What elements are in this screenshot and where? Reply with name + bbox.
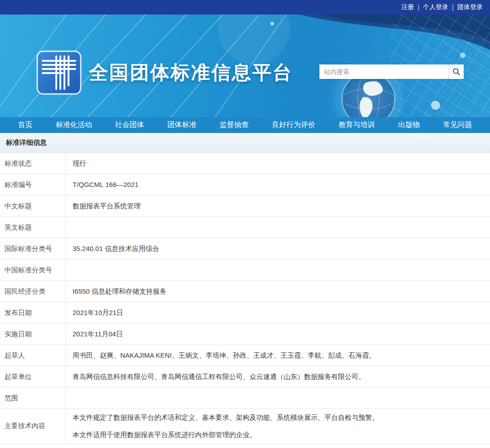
table-row: 国际标准分类号35.240.01 信息技术应用综合 <box>0 238 490 260</box>
topbar-separator: | <box>415 4 422 11</box>
row-value: 2021年10月21日 <box>66 302 490 323</box>
row-label: 中国标准分类号 <box>0 260 66 281</box>
table-row: 国民经济分类I6550 信息处理和存储支持服务 <box>0 281 490 302</box>
row-value: 35.240.01 信息技术应用综合 <box>66 238 490 259</box>
row-label: 标准编号 <box>0 174 66 195</box>
nav-item[interactable]: 首页 <box>18 120 33 130</box>
table-row: 范围 <box>0 388 490 409</box>
row-value <box>66 260 490 281</box>
row-value: 数据报表平台系统管理 <box>66 196 490 217</box>
search-box <box>319 64 464 79</box>
row-value: I6550 信息处理和存储支持服务 <box>66 281 490 302</box>
row-value: 本文件规定了数据报表平台的术语和定义、基本要求、架构及功能、系统模块展示、平台自… <box>66 409 490 443</box>
search-input[interactable] <box>319 64 449 79</box>
row-label: 起草单位 <box>0 366 66 387</box>
row-label: 起草人 <box>0 345 66 366</box>
row-value: 现行 <box>66 153 490 174</box>
row-value <box>66 388 490 409</box>
site-logo[interactable] <box>35 50 83 95</box>
table-row: 中国标准分类号 <box>0 260 490 281</box>
nav-item[interactable]: 团体标准 <box>167 120 196 130</box>
nav-item[interactable]: 标准化活动 <box>56 120 92 130</box>
row-label: 英文标题 <box>0 217 66 238</box>
nav-item[interactable]: 出版物 <box>398 120 420 130</box>
row-label: 国民经济分类 <box>0 281 66 302</box>
nav-item[interactable]: 社会团体 <box>115 120 144 130</box>
standard-detail-table: 标准状态现行标准编号T/QGCML 166—2021中文标题数据报表平台系统管理… <box>0 153 490 444</box>
row-value-line: 本文件规定了数据报表平台的术语和定义、基本要求、架构及功能、系统模块展示、平台自… <box>73 413 483 423</box>
table-row: 实施日期2021年11月04日 <box>0 324 490 345</box>
row-label: 范围 <box>0 388 66 409</box>
row-label: 主要技术内容 <box>0 409 66 443</box>
table-row: 标准编号T/QGCML 166—2021 <box>0 174 490 196</box>
row-value-line: 本文件适用于使用数据报表平台系统进行内外部管理的企业。 <box>73 430 483 440</box>
table-row: 英文标题 <box>0 217 490 238</box>
table-row: 标准状态现行 <box>0 153 490 174</box>
site-banner: 全国团体标准信息平台 <box>0 15 490 117</box>
table-row: 主要技术内容本文件规定了数据报表平台的术语和定义、基本要求、架构及功能、系统模块… <box>0 409 490 444</box>
row-value: 青岛网信信息科技有限公司、青岛网信通信工程有限公司、众云速通（山东）数据服务有限… <box>66 366 490 387</box>
topbar-separator: | <box>449 4 456 11</box>
table-row: 起草人周书田、赵爽、NAKAJIMA KENI、王炳文、李培坤、孙政、王成才、王… <box>0 345 490 366</box>
nav-item[interactable]: 监督抽查 <box>220 120 249 130</box>
main-nav: 首页标准化活动社会团体团体标准监督抽查良好行为评价教育与培训出版物常见问题 <box>0 117 490 133</box>
row-value <box>66 217 490 238</box>
topbar: 注册|个人登录|团体登录 <box>0 0 490 15</box>
table-row: 起草单位青岛网信信息科技有限公司、青岛网信通信工程有限公司、众云速通（山东）数据… <box>0 366 490 388</box>
row-label: 中文标题 <box>0 196 66 217</box>
row-label: 发布日期 <box>0 302 66 323</box>
row-value: 周书田、赵爽、NAKAJIMA KENI、王炳文、李培坤、孙政、王成才、王玉霞、… <box>66 345 490 366</box>
row-value: T/QGCML 166—2021 <box>66 174 490 195</box>
row-value: 2021年11月04日 <box>66 324 490 345</box>
search-icon <box>452 68 461 76</box>
nav-item[interactable]: 教育与培训 <box>338 120 375 130</box>
row-label: 国际标准分类号 <box>0 238 66 259</box>
nav-item[interactable]: 良好行为评价 <box>272 120 315 130</box>
table-row: 发布日期2021年10月21日 <box>0 302 490 324</box>
search-button[interactable] <box>449 64 464 79</box>
row-label: 实施日期 <box>0 324 66 345</box>
nav-item[interactable]: 常见问题 <box>443 120 472 130</box>
topbar-link[interactable]: 团体登录 <box>456 3 484 11</box>
table-row: 中文标题数据报表平台系统管理 <box>0 196 490 217</box>
section-title: 标准详细信息 <box>0 133 490 153</box>
page-title: 全国团体标准信息平台 <box>89 60 293 85</box>
topbar-link[interactable]: 注册 <box>401 3 415 11</box>
row-label: 标准状态 <box>0 153 66 174</box>
topbar-link[interactable]: 个人登录 <box>422 3 449 11</box>
